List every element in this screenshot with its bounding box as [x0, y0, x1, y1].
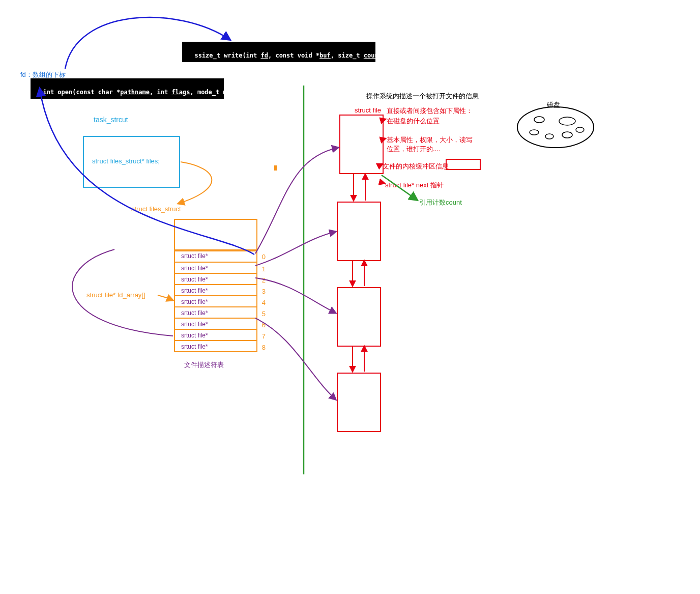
attr-next-ptr: struct file* next 指针	[385, 181, 444, 190]
svg-point-14	[559, 117, 575, 125]
fd-row: srtuct file*4	[175, 295, 256, 306]
attr-basic: 基本属性，权限，大小，读写位置，谁打开的....	[387, 135, 473, 154]
fd-row-label: srtuct file*	[181, 332, 208, 339]
os-describe-heading: 操作系统内描述一个被打开文件的信息	[366, 92, 479, 101]
struct-file-box-2	[337, 202, 381, 261]
svg-point-17	[562, 132, 572, 138]
code-open: int open(const char *pathname, int flags…	[31, 78, 224, 99]
svg-point-12	[517, 107, 594, 148]
fd-row-index: 3	[262, 286, 266, 297]
struct-file-box-3	[337, 287, 381, 347]
fd-row-label: srtuct file*	[181, 265, 208, 272]
disk-label: 磁盘	[547, 100, 560, 109]
fd-array-label: struct file* fd_array[]	[86, 291, 145, 299]
fd-row-index: 2	[262, 275, 266, 286]
fd-row-label: srtuct file*	[181, 309, 208, 317]
fd-row-index: 0	[262, 251, 266, 263]
svg-line-4	[381, 182, 385, 183]
fd-row-index: 7	[262, 331, 266, 342]
fd-row-index: 8	[262, 342, 266, 353]
fd-row-label: srtuct file*	[181, 252, 208, 260]
struct-file-box-1	[339, 115, 384, 174]
fd-row-label: srtuct file*	[181, 298, 208, 305]
task-struct-box: struct files_struct* files;	[83, 136, 180, 188]
fd-row: srtuct file*7	[175, 329, 256, 340]
files-struct-box	[174, 219, 257, 251]
fd-row-index: 1	[262, 264, 266, 275]
fd-row: srtuct file*2	[175, 273, 256, 284]
struct-file-box-4	[337, 373, 381, 432]
small-marker	[274, 165, 277, 171]
struct-file-label: struct file	[355, 106, 381, 114]
code-write: ssize_t write(int fd, const void *buf, s…	[182, 42, 375, 62]
fd-array-table: srtuct file*0 srtuct file*1 srtuct file*…	[174, 249, 257, 352]
fd-row-label: srtuct file*	[181, 343, 208, 350]
fd-row: srtuct file*5	[175, 306, 256, 318]
files-field: struct files_struct* files;	[92, 157, 187, 165]
ref-count-label: 引用计数count	[419, 198, 462, 207]
fd-row: srtuct file*1	[175, 262, 256, 273]
fd-row: srtuct file*8	[175, 340, 256, 351]
svg-point-13	[534, 117, 544, 123]
attrs-header: 直接或者间接包含如下属性：	[387, 106, 473, 116]
fd-table-caption: 文件描述符表	[184, 360, 224, 370]
attr-disk-pos: 在磁盘的什么位置	[387, 117, 440, 126]
svg-point-18	[576, 127, 584, 132]
fd-row-index: 6	[262, 320, 266, 331]
fd-row-index: 4	[262, 297, 266, 308]
fd-row-label: srtuct file*	[181, 321, 208, 328]
fd-row-index: 5	[262, 308, 266, 320]
fd-row-label: srtuct file*	[181, 276, 208, 283]
files-struct-label: struct files_struct	[131, 205, 181, 213]
task-struct-label: task_strcut	[94, 116, 128, 124]
svg-point-15	[530, 130, 539, 135]
fd-row: srtuct file*3	[175, 284, 256, 295]
attr-kernel-buf: 文件的内核缓冲区信息	[383, 162, 449, 171]
fd-row: srtuct file*0	[175, 250, 256, 262]
fd-row-label: srtuct file*	[181, 287, 208, 294]
fd-row: srtuct file*6	[175, 318, 256, 329]
attr-kernel-buf-box	[446, 159, 481, 170]
svg-point-16	[545, 134, 553, 139]
